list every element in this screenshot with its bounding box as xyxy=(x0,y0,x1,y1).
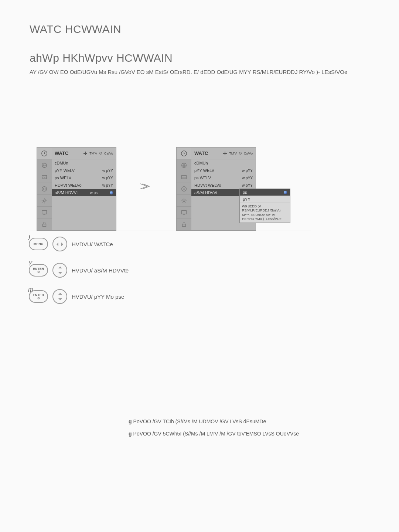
header-enter-label: Cs/Vo xyxy=(104,152,113,155)
osd-row-label: aS/M HDVVt xyxy=(55,190,78,195)
osd-row-label: HDVVt WELVo xyxy=(55,183,82,187)
step-text: HVDVU/ WATCe xyxy=(72,241,113,247)
screen-icon[interactable] xyxy=(177,207,191,218)
menu-button[interactable]: MENU xyxy=(29,238,48,250)
osd-row-label: HDVVt WELVo xyxy=(194,183,221,187)
header-move-label: TM'V xyxy=(229,152,237,155)
lock-icon[interactable] xyxy=(37,218,52,230)
svg-point-11 xyxy=(182,186,187,191)
divider xyxy=(30,230,311,230)
osd-submenu: ps pYY W9 dEDD (V RS/MLR/EURDDJ /SosVu M… xyxy=(239,189,290,223)
svg-point-4 xyxy=(43,188,45,190)
footer-text: PoVOO /GV 5CWh5I (S//Ms /M LM'V /M /GV t… xyxy=(133,431,299,437)
footer-text: PoVOO /GV TCIh (S//Ms /M UDMOV /GV LVsS … xyxy=(133,419,266,424)
svg-rect-2 xyxy=(42,175,47,179)
osd-row[interactable]: ps WELVw pYY xyxy=(191,174,256,182)
svg-rect-6 xyxy=(42,210,47,214)
osd-row-label: cDMUn xyxy=(194,161,208,165)
target-icon[interactable] xyxy=(177,183,191,195)
clock-icon[interactable] xyxy=(37,148,52,159)
dpad-up-down[interactable] xyxy=(52,289,67,304)
osd-row-value: w pYY xyxy=(102,183,113,187)
osd-row-label: aS/M HDVVt xyxy=(194,190,217,195)
arrow-right-icon xyxy=(140,182,151,193)
svg-rect-7 xyxy=(43,224,46,226)
enter-button[interactable]: ENTER⊙ xyxy=(29,264,48,277)
globe-icon[interactable] xyxy=(37,159,52,171)
osd-title: WATC xyxy=(194,150,208,156)
osd-row[interactable]: pYY WELVw pYY xyxy=(191,167,256,174)
osd-icon-strip xyxy=(37,148,52,230)
dpad-up-down[interactable] xyxy=(52,263,67,278)
osd-row-value: w pYY xyxy=(242,176,253,180)
svg-rect-14 xyxy=(182,210,187,214)
osd-row[interactable]: pYY WELVw pYY xyxy=(52,167,116,174)
submenu-label: ps xyxy=(243,190,247,194)
osd-row-value: w pYY xyxy=(242,169,253,173)
osd-row-value: w ps xyxy=(90,191,98,195)
footer-note-1: gPoVOO /GV TCIh (S//Ms /M UDMOV /GV LVsS… xyxy=(129,419,266,424)
svg-rect-15 xyxy=(183,224,186,226)
osd-row-value: w pYY xyxy=(242,183,253,187)
osd-row[interactable]: cDMUn xyxy=(52,159,116,167)
picture-icon[interactable] xyxy=(177,171,191,183)
screen-icon[interactable] xyxy=(37,207,52,218)
svg-point-12 xyxy=(183,188,185,190)
globe-icon[interactable] xyxy=(177,159,191,171)
submenu-label: pYY xyxy=(243,197,250,201)
osd-row-label: ps WELV xyxy=(55,176,71,180)
step-3: m ENTER⊙ HVDVU/ pYY Mo pse xyxy=(29,289,124,304)
move-icon xyxy=(83,152,87,155)
section-title: ahWp HKhWpvv HCWWAIN xyxy=(30,52,173,64)
osd-row[interactable]: HDVVt WELVow pYY xyxy=(52,182,116,189)
osd-header: WATC TM'V Cs/Vo xyxy=(191,148,256,159)
step-1: ) MENU HVDVU/ WATCe xyxy=(29,237,113,251)
button-label: MENU xyxy=(34,243,44,246)
osd-row[interactable]: cDMUn xyxy=(191,159,256,167)
osd-row-label: ps WELV xyxy=(194,176,211,180)
enter-button[interactable]: ENTER⊙ xyxy=(29,290,48,303)
footer-note-2: gPoVOO /GV 5CWh5I (S//Ms /M LM'V /M /GV … xyxy=(129,431,299,437)
osd-row-label: pYY WELV xyxy=(194,168,214,173)
enter-dot-icon xyxy=(239,152,242,155)
osd-row-value: w pYY xyxy=(102,176,113,180)
osd-title: WATC xyxy=(55,150,68,156)
osd-row-value: w pYY xyxy=(102,169,113,173)
osd-row-label: cDMUn xyxy=(55,161,68,165)
submenu-note: W9 dEDD (V RS/MLR/EURDDJ /SosVu MYY. Es … xyxy=(240,203,290,223)
step-2: Y ENTER⊙ HVDVU/ aS/M HDVVte xyxy=(29,263,129,278)
step-text: HVDVU/ aS/M HDVVte xyxy=(72,267,129,274)
submenu-option-off[interactable]: pYY xyxy=(240,196,290,203)
osd-panel-left: WATC TM'V Cs/Vo cDMUn pYY WELVw pYY ps W… xyxy=(37,147,116,231)
gear-icon[interactable] xyxy=(37,195,52,207)
header-enter-label: Cs/Vo xyxy=(244,152,253,155)
intro-text: AY /GV OV/ EO OdE/UGVu Ms Rsu /GVoV EO s… xyxy=(30,69,347,75)
move-icon xyxy=(223,152,227,155)
dpad-left-right[interactable] xyxy=(52,237,67,251)
submenu-option-on[interactable]: ps xyxy=(240,189,290,196)
lock-icon[interactable] xyxy=(177,218,191,230)
enter-dot-icon xyxy=(110,191,113,194)
gear-icon[interactable] xyxy=(177,195,191,207)
osd-icon-strip xyxy=(177,148,191,230)
osd-header: WATC TM'V Cs/Vo xyxy=(52,148,116,159)
osd-row[interactable]: ps WELVw pYY xyxy=(52,174,116,182)
clock-icon[interactable] xyxy=(177,148,191,159)
osd-row-label: pYY WELV xyxy=(55,168,75,173)
enter-dot-icon xyxy=(284,191,287,194)
header-move-label: TM'V xyxy=(89,152,97,155)
osd-body: WATC TM'V Cs/Vo cDMUn pYY WELVw pYY ps W… xyxy=(52,148,116,230)
svg-point-5 xyxy=(43,200,45,201)
osd-padding xyxy=(52,196,116,230)
osd-row-selected[interactable]: aS/M HDVVtw ps xyxy=(52,189,116,196)
svg-point-13 xyxy=(183,200,185,201)
svg-point-3 xyxy=(42,186,47,191)
step-text: HVDVU/ pYY Mo pse xyxy=(72,294,124,300)
target-icon[interactable] xyxy=(37,183,52,195)
enter-dot-icon xyxy=(99,152,102,155)
svg-rect-10 xyxy=(182,175,187,179)
osd-row[interactable]: HDVVt WELVow pYY xyxy=(191,182,256,189)
page-title: WATC HCWWAIN xyxy=(30,23,121,35)
picture-icon[interactable] xyxy=(37,171,52,183)
